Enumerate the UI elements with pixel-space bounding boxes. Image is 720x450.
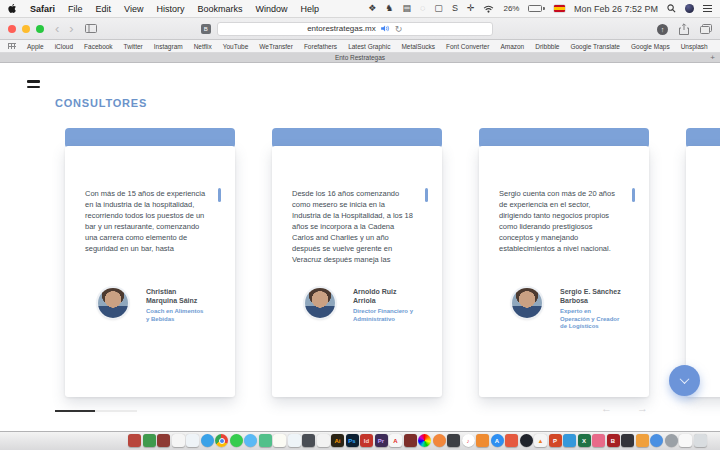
spotlight-search-icon[interactable] bbox=[667, 4, 676, 13]
itunes-dock-icon[interactable]: ♪ bbox=[462, 434, 475, 447]
system-prefs-dock-icon[interactable] bbox=[665, 434, 678, 447]
photoshop-dock-icon[interactable]: Ps bbox=[346, 434, 359, 447]
favorite-google-translate[interactable]: Google Translate bbox=[570, 43, 620, 50]
tabs-overview-icon[interactable] bbox=[700, 24, 712, 34]
firefox-dock-icon[interactable] bbox=[433, 434, 446, 447]
trash-dock-icon[interactable] bbox=[694, 434, 707, 447]
favorite-facebook[interactable]: Facebook bbox=[84, 43, 113, 50]
favorite-google-maps[interactable]: Google Maps bbox=[631, 43, 670, 50]
favorite-font-converter[interactable]: Font Converter bbox=[446, 43, 489, 50]
wifi-icon[interactable] bbox=[483, 5, 494, 13]
favorite-instagram[interactable]: Instagram bbox=[154, 43, 183, 50]
carousel-scrollbar[interactable] bbox=[55, 410, 137, 412]
vlc-dock-icon[interactable]: ▲ bbox=[534, 434, 547, 447]
app-red-dock-icon[interactable] bbox=[128, 434, 141, 447]
scroll-chevron-button[interactable] bbox=[669, 365, 700, 396]
sync-icon[interactable]: ◌ bbox=[420, 4, 425, 13]
colorwheel-dock-icon[interactable] bbox=[418, 434, 431, 447]
input-language-flag-icon[interactable] bbox=[554, 5, 565, 12]
siri-icon[interactable] bbox=[685, 4, 694, 13]
dropbox-icon[interactable]: ❖ bbox=[368, 4, 376, 13]
menu-item-edit[interactable]: Edit bbox=[96, 4, 112, 14]
laptop-dock-icon[interactable] bbox=[302, 434, 315, 447]
battery-icon[interactable] bbox=[528, 5, 545, 12]
bio-scrollbar[interactable] bbox=[218, 188, 221, 202]
skype-icon[interactable]: S bbox=[452, 4, 458, 13]
tab-audio-icon[interactable] bbox=[381, 25, 390, 32]
menu-item-history[interactable]: History bbox=[156, 4, 184, 14]
favorite-youtube[interactable]: YouTube bbox=[223, 43, 249, 50]
browser-extension-icon[interactable]: B bbox=[201, 24, 211, 34]
sidebar-toggle-icon[interactable] bbox=[85, 24, 97, 33]
folder-black-dock-icon[interactable] bbox=[621, 434, 634, 447]
crosshair-icon[interactable]: ✛ bbox=[467, 4, 475, 13]
mail-dock-icon[interactable] bbox=[505, 434, 518, 447]
new-tab-button[interactable]: + bbox=[710, 53, 715, 62]
app-maroon-dock-icon[interactable] bbox=[404, 434, 417, 447]
chrome-dock-icon[interactable] bbox=[215, 434, 228, 447]
favorite-unsplash[interactable]: Unsplash bbox=[681, 43, 708, 50]
carousel-next-arrow[interactable]: → bbox=[637, 402, 648, 414]
hazel-icon[interactable]: ♞ bbox=[385, 4, 393, 13]
downloads-dock-icon[interactable] bbox=[650, 434, 663, 447]
notes-dock-icon[interactable] bbox=[273, 434, 286, 447]
powerpoint-dock-icon[interactable]: P bbox=[549, 434, 562, 447]
favorite-latest-graphic[interactable]: Latest Graphic bbox=[348, 43, 390, 50]
menu-item-help[interactable]: Help bbox=[300, 4, 319, 14]
favorite-amazon[interactable]: Amazon bbox=[500, 43, 524, 50]
menu-item-window[interactable]: Window bbox=[255, 4, 287, 14]
premiere-dock-icon[interactable]: Pr bbox=[375, 434, 388, 447]
app-green-dock-icon[interactable] bbox=[143, 434, 156, 447]
extension-circle-button[interactable]: ↑ bbox=[657, 24, 668, 35]
bio-scrollbar[interactable] bbox=[425, 188, 428, 202]
maps-dock-icon[interactable] bbox=[259, 434, 272, 447]
favorite-metalsucks[interactable]: MetalSucks bbox=[401, 43, 435, 50]
compass-dock-icon[interactable] bbox=[520, 434, 533, 447]
window-close-button[interactable] bbox=[8, 25, 16, 33]
carousel-prev-arrow[interactable]: ← bbox=[601, 402, 612, 414]
app-darkred-dock-icon[interactable] bbox=[157, 434, 170, 447]
photobooth-dock-icon[interactable] bbox=[447, 434, 460, 447]
folder-pink-dock-icon[interactable] bbox=[592, 434, 605, 447]
favorite-apple[interactable]: Apple bbox=[27, 43, 44, 50]
window-minimize-button[interactable] bbox=[22, 25, 30, 33]
whatsapp-dock-icon[interactable] bbox=[230, 434, 243, 447]
share-icon[interactable] bbox=[679, 23, 689, 35]
favorite-wetransfer[interactable]: WeTransfer bbox=[259, 43, 293, 50]
favorite-netflix[interactable]: Netflix bbox=[194, 43, 212, 50]
preview-dock-icon[interactable] bbox=[288, 434, 301, 447]
hamburger-menu-icon[interactable] bbox=[27, 80, 40, 91]
favorite-dribbble[interactable]: Dribbble bbox=[535, 43, 559, 50]
menu-item-file[interactable]: File bbox=[68, 4, 83, 14]
bio-scrollbar[interactable] bbox=[632, 188, 635, 202]
notification-center-icon[interactable] bbox=[703, 5, 712, 12]
window-zoom-button[interactable] bbox=[36, 25, 44, 33]
apple-menu[interactable] bbox=[8, 3, 17, 14]
app-b-red-dock-icon[interactable]: B bbox=[607, 434, 620, 447]
clipboard-icon[interactable]: ▤ bbox=[402, 4, 411, 13]
menu-item-bookmarks[interactable]: Bookmarks bbox=[197, 4, 242, 14]
keynote-dock-icon[interactable] bbox=[563, 434, 576, 447]
folder-orange-dock-icon[interactable] bbox=[636, 434, 649, 447]
favorite-twitter[interactable]: Twitter bbox=[124, 43, 143, 50]
menu-bar-clock[interactable]: Mon Feb 26 7:52 PM bbox=[574, 4, 658, 14]
address-bar[interactable]: entorestrategas.mx ↻ bbox=[217, 22, 493, 36]
acrobat-dock-icon[interactable]: A bbox=[389, 434, 402, 447]
excel-dock-icon[interactable]: X bbox=[578, 434, 591, 447]
illustrator-dock-icon[interactable]: Ai bbox=[331, 434, 344, 447]
indesign-dock-icon[interactable]: Id bbox=[360, 434, 373, 447]
messenger-dock-icon[interactable] bbox=[244, 434, 257, 447]
document-dock-icon[interactable] bbox=[317, 434, 330, 447]
pages-dock-icon[interactable] bbox=[186, 434, 199, 447]
back-button[interactable]: ‹ bbox=[55, 22, 59, 35]
textedit-dock-icon[interactable] bbox=[172, 434, 185, 447]
active-tab[interactable]: Ento Restrategas bbox=[335, 54, 385, 61]
favorite-forefathers[interactable]: Forefathers bbox=[304, 43, 337, 50]
display-icon[interactable]: ▢ bbox=[434, 4, 443, 13]
reload-icon[interactable]: ↻ bbox=[395, 24, 403, 34]
appstore-dock-icon[interactable]: A bbox=[491, 434, 504, 447]
app-orange-dock-icon[interactable] bbox=[476, 434, 489, 447]
forward-button[interactable]: › bbox=[69, 22, 73, 35]
menu-item-view[interactable]: View bbox=[124, 4, 143, 14]
favorites-grid-icon[interactable] bbox=[8, 43, 16, 49]
